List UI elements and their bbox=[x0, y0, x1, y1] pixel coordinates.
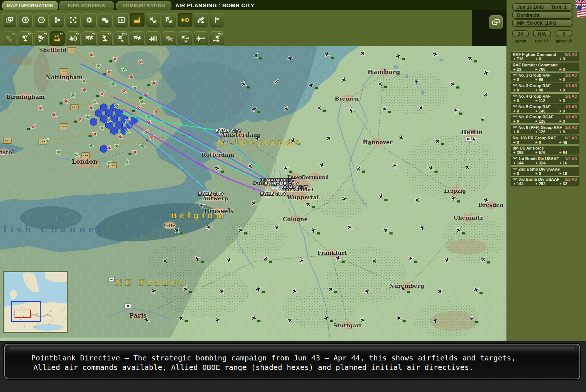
fighter-icon: ✈ bbox=[513, 98, 516, 103]
toolbar-ad-ground-support-button[interactable]: F1 bbox=[2, 31, 17, 46]
toolbar-weather-view-button[interactable] bbox=[194, 13, 208, 27]
sea-label: English Channel bbox=[0, 224, 104, 234]
toolbar-show-factories-button[interactable] bbox=[130, 13, 145, 27]
region-label: NE France bbox=[115, 278, 186, 287]
toolbar-ai-air-assign-button[interactable]: AI bbox=[194, 31, 208, 46]
tab-info-screens[interactable]: INFO SCREENS bbox=[59, 1, 114, 10]
fkey-label: F6 bbox=[92, 32, 95, 35]
toolbar-zoom-out-button[interactable] bbox=[34, 13, 49, 27]
air-command-row[interactable]: ^^ No. 5 Group RAF1/1 AD✈0✈140✈0 bbox=[511, 104, 579, 114]
toolbar-ad-escort-button[interactable] bbox=[130, 31, 145, 46]
air-command-row[interactable]: No. 106 PR Group RAF0/3 AD✈0✈0✈48 bbox=[511, 135, 579, 145]
toolbar-ad-auto-sweep-button[interactable] bbox=[162, 31, 176, 46]
toolbar-divider bbox=[0, 29, 472, 29]
toolbar-toggle-counters-button[interactable] bbox=[98, 13, 113, 27]
city-label: Dortmund bbox=[302, 175, 329, 180]
air-directive-view-icon bbox=[181, 16, 189, 24]
fkey-label: F1 bbox=[12, 32, 15, 35]
fighter-count: 0 bbox=[517, 77, 519, 82]
turn-counter: Turn: 1 bbox=[551, 4, 568, 10]
toolbar-ad-bomb-airfield-button[interactable]: F3 bbox=[34, 31, 49, 46]
fighter-icon: ✈ bbox=[513, 67, 516, 72]
ad-auto-sweep-icon bbox=[165, 34, 173, 42]
game-window: MAP INFORMATION INFO SCREENS ADMINISTRAT… bbox=[0, 0, 586, 392]
toolbar-ad-ground-attack-button[interactable]: F2 bbox=[18, 31, 33, 46]
fighter-icon: ✈ bbox=[513, 77, 516, 82]
air-command-row[interactable]: ^^ No. 1 Group RAF1/1 AD✈0✈98✈0 bbox=[511, 72, 579, 82]
toolbar-air-superiority-view-button[interactable] bbox=[146, 13, 160, 27]
command-name: ^^ No. 1 Group RAF bbox=[513, 73, 551, 77]
air-command-row[interactable]: ^^ 1st Bomb Div USAAF1/2 AD✈144✈324✈16 bbox=[511, 156, 579, 166]
toolbar-air-recon-view-button[interactable] bbox=[162, 13, 176, 27]
fighter-icon: ✈ bbox=[513, 88, 516, 93]
city-label: Berlin bbox=[461, 128, 483, 136]
toolbar-toggle-hexes-button[interactable] bbox=[50, 13, 65, 27]
tab-map-information[interactable]: MAP INFORMATION bbox=[2, 1, 58, 10]
stat-label: game VP bbox=[556, 39, 572, 43]
air-command-row[interactable]: ^^ 2nd Bomb Div USAAF✈0✈0✈16 bbox=[511, 166, 579, 176]
mode-title: AIR PLANNING : BOMB CITY bbox=[175, 2, 255, 8]
toolbar-ad-recon-button[interactable]: F5 bbox=[66, 31, 81, 46]
fighter-icon: ✈ bbox=[513, 109, 516, 114]
bomber-icon: ✈ bbox=[535, 98, 538, 103]
jump-map-icon bbox=[5, 16, 13, 24]
toolbar-zoom-in-button[interactable] bbox=[18, 13, 33, 27]
city-label: Stuttgart bbox=[333, 322, 362, 329]
sidebar: Jun 16 1943 Turn: 1 Dordrecht MP: 56K/0K… bbox=[506, 0, 586, 341]
toggle-counters-icon bbox=[101, 16, 109, 24]
bomber-count: 324 bbox=[539, 161, 545, 166]
air-command-row[interactable]: ^^ No. 8 (PFF) Group RAF1/1 AD✈0✈126✈0 bbox=[511, 124, 579, 134]
toolbar-ai-air-transfer-button[interactable]: AI bbox=[178, 31, 192, 46]
recon-count: 0 bbox=[563, 88, 565, 93]
ad-roster-icon bbox=[149, 34, 157, 42]
toolbar-jump-map-button[interactable] bbox=[2, 13, 17, 27]
bomber-count: 140 bbox=[539, 109, 545, 114]
fighter-icon: ✈ bbox=[513, 150, 516, 155]
ai-air-transfer-icon: AI bbox=[181, 34, 189, 42]
command-ad-count: 1/1 AD bbox=[565, 83, 577, 88]
victory-flags-icon bbox=[213, 16, 221, 24]
toggle-borders-icon bbox=[69, 16, 77, 24]
toolbar-ad-roster-button[interactable] bbox=[146, 31, 160, 46]
show-info-window-icon bbox=[117, 16, 125, 24]
air-command-row[interactable]: ^^ No. 6 Group RCAF1/1 AD✈0✈126✈0 bbox=[511, 114, 579, 124]
tab-administration[interactable]: ADMINISTRATION bbox=[116, 1, 171, 10]
fighter-icon: ✈ bbox=[513, 119, 516, 124]
air-command-row[interactable]: 8th US Air Force✈288✈576✈64 bbox=[511, 145, 579, 155]
air-command-row[interactable]: ^^ No. 3 Group RAF1/1 AD✈0✈98✈0 bbox=[511, 83, 579, 93]
toolbar-ad-bomb-city-button[interactable]: F4 bbox=[50, 31, 65, 46]
air-command-row[interactable]: RAF Fighter Command0/1 AD✈716✈0✈0 bbox=[511, 52, 579, 61]
city-label: Nottingham bbox=[46, 74, 82, 81]
bomber-icon: ✈ bbox=[535, 140, 538, 145]
svg-text:AI: AI bbox=[186, 37, 189, 40]
toolbar-victory-flags-button[interactable] bbox=[210, 13, 224, 27]
air-command-row[interactable]: ^^ 3rd Bomb Div USAAF1/2 AD✈144✈252✈32 bbox=[511, 176, 579, 186]
command-ad-count: 1/2 AD bbox=[565, 156, 577, 161]
air-superiority-view-icon bbox=[149, 16, 157, 24]
toolbar-ad-air-transfer-button[interactable]: F10 bbox=[114, 31, 129, 46]
recon-count: 0 bbox=[563, 109, 565, 114]
toolbar-toggle-borders-button[interactable] bbox=[66, 13, 81, 27]
air-command-row[interactable]: ^^ No. 4 Group RAF1/1 AD✈0✈112✈0 bbox=[511, 93, 579, 103]
toolbar-settings-gear-button[interactable] bbox=[82, 13, 97, 27]
toolbar-ad-bomb-unit-button[interactable]: F11 bbox=[210, 31, 224, 46]
fighter-count: 0 bbox=[517, 171, 519, 176]
command-name: ^^ No. 8 (PFF) Group RAF bbox=[513, 125, 562, 130]
air-command-row[interactable]: RAF Bomber Command✈23✈700✈0 bbox=[511, 62, 579, 72]
toolbar-show-info-window-button[interactable] bbox=[114, 13, 129, 27]
strategic-map[interactable]: English ChannelNetherlandsBelgiumNE Fran… bbox=[0, 46, 506, 341]
stat-pill-admin: 20 bbox=[512, 30, 529, 37]
toolbar-air-directive-view-button[interactable] bbox=[178, 13, 192, 27]
recon-icon: ✈ bbox=[558, 119, 561, 124]
fighter-icon: ✈ bbox=[513, 130, 516, 134]
toolbar-ad-air-sweep-button[interactable]: F6 bbox=[82, 31, 97, 46]
swap-window-button[interactable] bbox=[489, 15, 503, 29]
fighter-count: 716 bbox=[517, 57, 523, 61]
mini-map[interactable] bbox=[3, 271, 68, 333]
ad-ground-attack-icon bbox=[21, 34, 29, 42]
city-label: Chemnitz bbox=[454, 215, 483, 221]
fighter-count: 0 bbox=[517, 130, 519, 134]
toolbar-ad-naval-patrol-button[interactable]: F7 bbox=[98, 31, 113, 46]
ad-bomb-airfield-icon bbox=[37, 34, 45, 42]
bomber-icon: ✈ bbox=[535, 150, 538, 155]
